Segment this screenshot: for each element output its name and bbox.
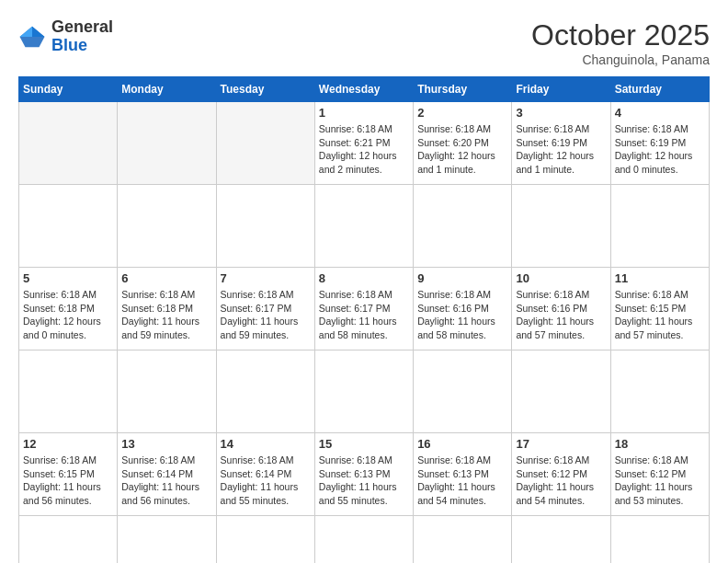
location-subtitle: Changuinola, Panama <box>531 52 710 67</box>
day-number: 8 <box>319 271 409 285</box>
separator-cell <box>414 350 512 433</box>
header-sunday: Sunday <box>19 77 118 102</box>
calendar-table: Sunday Monday Tuesday Wednesday Thursday… <box>18 76 710 563</box>
day-info: Sunrise: 6:18 AM Sunset: 6:12 PM Dayligh… <box>615 454 705 508</box>
day-number: 3 <box>516 106 606 120</box>
row-separator <box>19 516 710 564</box>
calendar-header: Sunday Monday Tuesday Wednesday Thursday… <box>19 77 710 102</box>
calendar-cell: 3Sunrise: 6:18 AM Sunset: 6:19 PM Daylig… <box>512 102 610 185</box>
separator-cell <box>118 185 216 268</box>
day-info: Sunrise: 6:18 AM Sunset: 6:14 PM Dayligh… <box>221 454 311 508</box>
month-title: October 2025 <box>531 18 710 52</box>
day-info: Sunrise: 6:18 AM Sunset: 6:14 PM Dayligh… <box>121 454 211 508</box>
row-separator <box>19 350 710 433</box>
calendar-cell: 9Sunrise: 6:18 AM Sunset: 6:16 PM Daylig… <box>414 268 512 350</box>
separator-cell <box>610 350 709 433</box>
day-number: 1 <box>319 106 409 120</box>
separator-cell <box>19 516 118 564</box>
calendar-cell: 17Sunrise: 6:18 AM Sunset: 6:12 PM Dayli… <box>512 433 610 516</box>
calendar-cell: 16Sunrise: 6:18 AM Sunset: 6:13 PM Dayli… <box>414 433 512 516</box>
calendar-cell: 14Sunrise: 6:18 AM Sunset: 6:14 PM Dayli… <box>216 433 314 516</box>
header-friday: Friday <box>512 77 610 102</box>
separator-cell <box>414 516 512 564</box>
day-info: Sunrise: 6:18 AM Sunset: 6:18 PM Dayligh… <box>23 288 113 342</box>
calendar-cell <box>216 102 314 185</box>
calendar-week-row: 12Sunrise: 6:18 AM Sunset: 6:15 PM Dayli… <box>19 433 710 516</box>
header-saturday: Saturday <box>610 77 709 102</box>
row-separator <box>19 185 710 268</box>
calendar-cell: 10Sunrise: 6:18 AM Sunset: 6:16 PM Dayli… <box>512 268 610 350</box>
header-tuesday: Tuesday <box>216 77 314 102</box>
calendar-cell <box>118 102 216 185</box>
calendar-cell: 8Sunrise: 6:18 AM Sunset: 6:17 PM Daylig… <box>314 268 413 350</box>
separator-cell <box>118 350 216 433</box>
day-info: Sunrise: 6:18 AM Sunset: 6:17 PM Dayligh… <box>221 288 311 342</box>
day-number: 4 <box>615 106 705 120</box>
day-number: 6 <box>121 271 211 285</box>
day-number: 18 <box>615 437 705 451</box>
day-info: Sunrise: 6:18 AM Sunset: 6:18 PM Dayligh… <box>121 288 211 342</box>
separator-cell <box>512 350 610 433</box>
separator-cell <box>610 516 709 564</box>
calendar-week-row: 1Sunrise: 6:18 AM Sunset: 6:21 PM Daylig… <box>19 102 710 185</box>
separator-cell <box>118 516 216 564</box>
day-number: 9 <box>417 271 507 285</box>
separator-cell <box>314 185 413 268</box>
separator-cell <box>216 185 314 268</box>
day-number: 12 <box>23 437 113 451</box>
day-number: 7 <box>221 271 311 285</box>
day-info: Sunrise: 6:18 AM Sunset: 6:15 PM Dayligh… <box>23 454 113 508</box>
calendar-cell: 2Sunrise: 6:18 AM Sunset: 6:20 PM Daylig… <box>414 102 512 185</box>
day-number: 2 <box>417 106 507 120</box>
calendar-week-row: 5Sunrise: 6:18 AM Sunset: 6:18 PM Daylig… <box>19 268 710 350</box>
header-thursday: Thursday <box>414 77 512 102</box>
separator-cell <box>314 350 413 433</box>
day-info: Sunrise: 6:18 AM Sunset: 6:16 PM Dayligh… <box>417 288 507 342</box>
header-wednesday: Wednesday <box>314 77 413 102</box>
day-info: Sunrise: 6:18 AM Sunset: 6:17 PM Dayligh… <box>319 288 409 342</box>
title-block: October 2025 Changuinola, Panama <box>531 18 710 67</box>
day-info: Sunrise: 6:18 AM Sunset: 6:13 PM Dayligh… <box>319 454 409 508</box>
calendar-cell: 15Sunrise: 6:18 AM Sunset: 6:13 PM Dayli… <box>314 433 413 516</box>
calendar-cell: 18Sunrise: 6:18 AM Sunset: 6:12 PM Dayli… <box>610 433 709 516</box>
day-info: Sunrise: 6:18 AM Sunset: 6:13 PM Dayligh… <box>417 454 507 508</box>
calendar-cell <box>19 102 118 185</box>
day-number: 13 <box>121 437 211 451</box>
day-number: 17 <box>516 437 606 451</box>
day-info: Sunrise: 6:18 AM Sunset: 6:16 PM Dayligh… <box>516 288 606 342</box>
logo: General Blue <box>18 18 113 55</box>
calendar-cell: 6Sunrise: 6:18 AM Sunset: 6:18 PM Daylig… <box>118 268 216 350</box>
calendar-cell: 1Sunrise: 6:18 AM Sunset: 6:21 PM Daylig… <box>314 102 413 185</box>
day-number: 14 <box>221 437 311 451</box>
calendar-body: 1Sunrise: 6:18 AM Sunset: 6:21 PM Daylig… <box>19 102 710 564</box>
separator-cell <box>19 350 118 433</box>
header-monday: Monday <box>118 77 216 102</box>
separator-cell <box>216 350 314 433</box>
day-info: Sunrise: 6:18 AM Sunset: 6:15 PM Dayligh… <box>615 288 705 342</box>
calendar-cell: 11Sunrise: 6:18 AM Sunset: 6:15 PM Dayli… <box>610 268 709 350</box>
calendar-cell: 12Sunrise: 6:18 AM Sunset: 6:15 PM Dayli… <box>19 433 118 516</box>
day-number: 15 <box>319 437 409 451</box>
day-number: 16 <box>417 437 507 451</box>
day-info: Sunrise: 6:18 AM Sunset: 6:20 PM Dayligh… <box>417 122 507 177</box>
weekday-row: Sunday Monday Tuesday Wednesday Thursday… <box>19 77 710 102</box>
day-info: Sunrise: 6:18 AM Sunset: 6:21 PM Dayligh… <box>319 122 409 177</box>
separator-cell <box>512 185 610 268</box>
day-info: Sunrise: 6:18 AM Sunset: 6:12 PM Dayligh… <box>516 454 606 508</box>
svg-marker-1 <box>32 27 45 37</box>
day-number: 10 <box>516 271 606 285</box>
calendar-cell: 4Sunrise: 6:18 AM Sunset: 6:19 PM Daylig… <box>610 102 709 185</box>
calendar-cell: 5Sunrise: 6:18 AM Sunset: 6:18 PM Daylig… <box>19 268 118 350</box>
logo-icon <box>18 23 46 51</box>
separator-cell <box>512 516 610 564</box>
day-info: Sunrise: 6:18 AM Sunset: 6:19 PM Dayligh… <box>516 122 606 177</box>
day-number: 11 <box>615 271 705 285</box>
separator-cell <box>19 185 118 268</box>
calendar-cell: 7Sunrise: 6:18 AM Sunset: 6:17 PM Daylig… <box>216 268 314 350</box>
day-number: 5 <box>23 271 113 285</box>
svg-marker-2 <box>20 27 33 37</box>
separator-cell <box>414 185 512 268</box>
separator-cell <box>216 516 314 564</box>
separator-cell <box>314 516 413 564</box>
day-info: Sunrise: 6:18 AM Sunset: 6:19 PM Dayligh… <box>615 122 705 177</box>
